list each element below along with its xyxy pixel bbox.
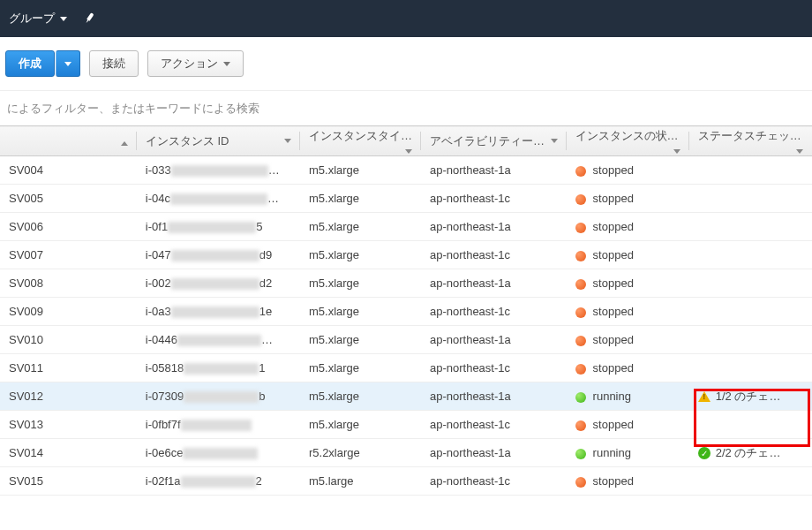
table-row[interactable]: SV006i-0f15m5.xlargeap-northeast-1astopp… <box>0 213 812 241</box>
create-button-label: 作成 <box>19 56 41 72</box>
table-row[interactable]: SV005i-04c…m5.xlargeap-northeast-1cstopp… <box>0 185 812 213</box>
state-stopped-icon <box>575 477 586 488</box>
table-row[interactable]: SV007i-047d9m5.xlargeap-northeast-1cstop… <box>0 241 812 269</box>
col-status-check[interactable]: ステータスチェッ… <box>689 126 812 156</box>
cell-status-check <box>689 156 812 185</box>
table-row[interactable]: SV009i-0a31em5.xlargeap-northeast-1cstop… <box>0 298 812 326</box>
cell-status-check <box>689 241 812 269</box>
cell-instance-type: m5.xlarge <box>300 241 421 269</box>
table-row[interactable]: SV010i-0446…m5.xlargeap-northeast-1astop… <box>0 326 812 354</box>
col-instance-state[interactable]: インスタンスの状… <box>567 126 689 156</box>
chevron-down-icon <box>60 17 67 21</box>
create-dropdown[interactable] <box>56 50 80 77</box>
redacted-icon <box>183 448 258 459</box>
actions-button[interactable]: アクション <box>147 50 244 77</box>
cell-instance-id: i-002d2 <box>137 269 300 298</box>
cell-status-check <box>689 185 812 213</box>
create-button[interactable]: 作成 <box>5 50 55 77</box>
redacted-icon <box>184 391 259 403</box>
cell-instance-id: i-0a31e <box>137 298 300 326</box>
cell-instance-state: stopped <box>567 411 689 439</box>
filter-bar[interactable]: によるフィルター、またはキーワードによる検索 <box>0 90 812 125</box>
state-stopped-icon <box>575 420 586 431</box>
pin-icon <box>80 10 97 26</box>
state-stopped-icon <box>575 223 586 233</box>
col-instance-id[interactable]: インスタンス ID <box>137 126 300 156</box>
redacted-icon <box>184 363 259 375</box>
sort-icon <box>284 139 291 143</box>
sort-icon <box>551 139 558 143</box>
table-row[interactable]: SV015i-02f1a2m5.largeap-northeast-1cstop… <box>0 467 812 496</box>
state-stopped-icon <box>575 251 586 261</box>
state-stopped-icon <box>575 279 586 290</box>
sort-icon <box>673 149 680 154</box>
cell-instance-type: m5.xlarge <box>300 354 421 382</box>
connect-button[interactable]: 接続 <box>89 50 139 77</box>
cell-name: SV004 <box>0 156 137 185</box>
col-availability-zone[interactable]: アベイラビリティー… <box>421 126 567 156</box>
redacted-icon <box>168 222 256 233</box>
redacted-icon <box>170 193 267 205</box>
cell-name: SV009 <box>0 298 137 326</box>
cell-instance-id: i-0446… <box>137 326 300 354</box>
state-running-icon <box>575 392 586 403</box>
cell-instance-type: m5.xlarge <box>300 185 421 213</box>
sort-icon <box>796 149 803 154</box>
state-stopped-icon <box>575 364 586 375</box>
cell-name: SV007 <box>0 241 137 269</box>
redacted-icon <box>171 307 259 318</box>
cell-instance-state: stopped <box>567 156 689 185</box>
col-name[interactable] <box>0 126 137 156</box>
cell-name: SV010 <box>0 326 137 354</box>
cell-instance-id: i-0fbf7f <box>137 411 300 439</box>
cell-availability-zone: ap-northeast-1a <box>421 382 567 411</box>
cell-name: SV013 <box>0 411 137 439</box>
topnav-group-label: グループ <box>9 11 55 26</box>
cell-instance-type: r5.2xlarge <box>300 439 421 467</box>
cell-name: SV006 <box>0 213 137 241</box>
topnav: グループ <box>0 0 812 37</box>
table-row[interactable]: SV012i-07309bm5.xlargeap-northeast-1arun… <box>0 382 812 411</box>
table-header-row: インスタンス ID インスタンスタイ… アベイラビリティー… インスタンスの状…… <box>0 126 812 156</box>
topnav-group[interactable]: グループ <box>9 11 67 26</box>
cell-status-check <box>689 326 812 354</box>
table-row[interactable]: SV011i-058181m5.xlargeap-northeast-1csto… <box>0 354 812 382</box>
cell-status-check <box>689 213 812 241</box>
cell-instance-type: m5.xlarge <box>300 298 421 326</box>
cell-instance-id: i-0e6ce <box>137 439 300 467</box>
cell-instance-id: i-07309b <box>137 382 300 411</box>
state-running-icon <box>575 449 586 459</box>
col-instance-type[interactable]: インスタンスタイ… <box>300 126 421 156</box>
cell-instance-state: stopped <box>567 298 689 326</box>
cell-name: SV012 <box>0 382 137 411</box>
table-row[interactable]: SV008i-002d2m5.xlargeap-northeast-1astop… <box>0 269 812 298</box>
cell-instance-state: stopped <box>567 467 689 496</box>
topnav-pin[interactable] <box>83 12 95 25</box>
redacted-icon <box>181 476 256 488</box>
cell-name: SV008 <box>0 269 137 298</box>
redacted-icon <box>171 165 268 177</box>
cell-availability-zone: ap-northeast-1c <box>421 241 567 269</box>
cell-instance-id: i-058181 <box>137 354 300 382</box>
chevron-down-icon <box>64 62 71 66</box>
cell-availability-zone: ap-northeast-1c <box>421 467 567 496</box>
cell-availability-zone: ap-northeast-1a <box>421 213 567 241</box>
table-row[interactable]: SV004i-033…m5.xlargeap-northeast-1astopp… <box>0 156 812 185</box>
filter-placeholder: によるフィルター、またはキーワードによる検索 <box>7 101 259 117</box>
state-stopped-icon <box>575 307 586 318</box>
cell-instance-state: stopped <box>567 213 689 241</box>
cell-availability-zone: ap-northeast-1c <box>421 354 567 382</box>
cell-status-check: 1/2 のチェ… <box>689 382 812 411</box>
actions-button-label: アクション <box>161 56 218 72</box>
cell-name: SV015 <box>0 467 137 496</box>
state-stopped-icon <box>575 336 586 346</box>
cell-name: SV014 <box>0 439 137 467</box>
cell-availability-zone: ap-northeast-1a <box>421 269 567 298</box>
table-row[interactable]: SV013i-0fbf7fm5.xlargeap-northeast-1csto… <box>0 411 812 439</box>
table-wrap: インスタンス ID インスタンスタイ… アベイラビリティー… インスタンスの状…… <box>0 125 812 496</box>
cell-name: SV005 <box>0 185 137 213</box>
table-row[interactable]: SV014i-0e6cer5.2xlargeap-northeast-1arun… <box>0 439 812 467</box>
cell-status-check <box>689 354 812 382</box>
cell-instance-state: stopped <box>567 241 689 269</box>
cell-status-check <box>689 467 812 496</box>
